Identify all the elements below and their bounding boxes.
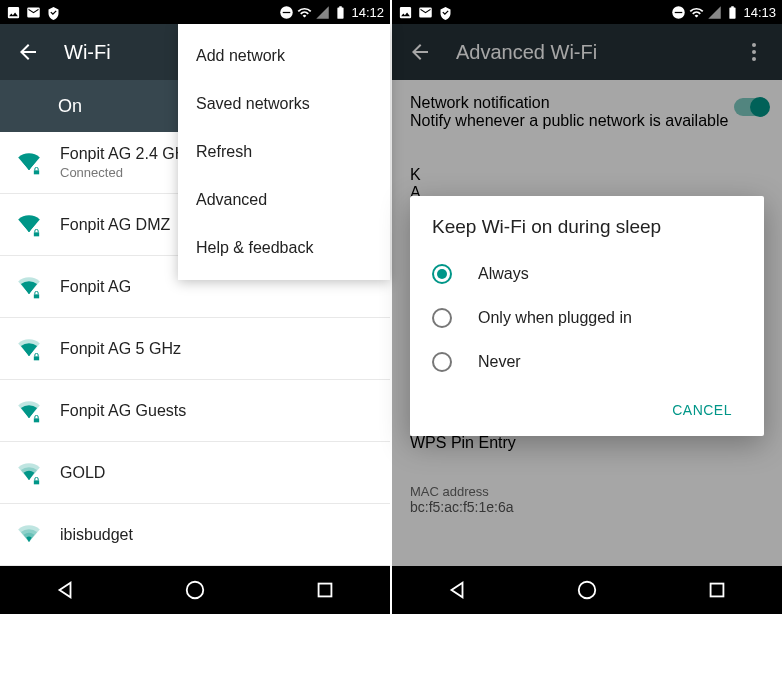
sleep-policy-dialog: Keep Wi-Fi on during sleep AlwaysOnly wh…	[410, 196, 764, 436]
radio-label: Always	[478, 265, 529, 283]
battery-icon	[333, 5, 348, 20]
signal-icon	[707, 5, 722, 20]
radio-option[interactable]: Always	[432, 252, 742, 296]
wifi-signal-icon	[18, 214, 60, 236]
dnd-icon	[279, 5, 294, 20]
radio-icon	[432, 264, 452, 284]
menu-item[interactable]: Refresh	[178, 128, 390, 176]
status-time: 14:12	[351, 5, 384, 20]
battery-icon	[725, 5, 740, 20]
svg-rect-9	[319, 584, 332, 597]
nav-back-icon[interactable]	[446, 579, 468, 601]
mail-icon	[26, 5, 41, 20]
network-item[interactable]: ibisbudget	[0, 504, 390, 566]
right-screen: 14:13 Advanced Wi-Fi Network notificatio…	[392, 0, 782, 614]
radio-option[interactable]: Only when plugged in	[432, 296, 742, 340]
cancel-button[interactable]: CANCEL	[662, 392, 742, 428]
network-name: ibisbudget	[60, 526, 372, 544]
dnd-icon	[671, 5, 686, 20]
signal-icon	[315, 5, 330, 20]
svg-rect-2	[34, 170, 39, 174]
network-item[interactable]: Fonpit AG Guests	[0, 380, 390, 442]
dialog-title: Keep Wi-Fi on during sleep	[432, 216, 742, 238]
back-arrow-icon[interactable]	[16, 40, 40, 64]
mail-icon	[418, 5, 433, 20]
picture-icon	[6, 5, 21, 20]
wifi-status-icon	[689, 5, 704, 20]
nav-home-icon[interactable]	[576, 579, 598, 601]
network-item[interactable]: GOLD	[0, 442, 390, 504]
wifi-signal-icon	[18, 276, 60, 298]
wifi-signal-icon	[18, 400, 60, 422]
radio-label: Never	[478, 353, 521, 371]
svg-rect-6	[34, 418, 39, 422]
status-bar: 14:13	[392, 0, 782, 24]
svg-rect-7	[34, 480, 39, 484]
briefcase-icon	[438, 5, 453, 20]
menu-item[interactable]: Help & feedback	[178, 224, 390, 272]
overflow-menu: Add networkSaved networksRefreshAdvanced…	[178, 24, 390, 280]
radio-label: Only when plugged in	[478, 309, 632, 327]
svg-rect-5	[34, 356, 39, 360]
svg-point-15	[579, 582, 596, 599]
nav-recent-icon[interactable]	[706, 579, 728, 601]
left-screen: 14:12 Wi-Fi On Fonpit AG 2.4 GHzConnecte…	[0, 0, 390, 614]
briefcase-icon	[46, 5, 61, 20]
network-name: GOLD	[60, 464, 372, 482]
network-name: Fonpit AG 5 GHz	[60, 340, 372, 358]
menu-item[interactable]: Advanced	[178, 176, 390, 224]
status-bar: 14:12	[0, 0, 390, 24]
wifi-signal-icon	[18, 462, 60, 484]
wifi-signal-icon	[18, 338, 60, 360]
nav-back-icon[interactable]	[54, 579, 76, 601]
page-title: Wi-Fi	[64, 41, 111, 64]
status-time: 14:13	[743, 5, 776, 20]
nav-bar	[0, 566, 390, 614]
radio-option[interactable]: Never	[432, 340, 742, 384]
svg-rect-3	[34, 232, 39, 236]
svg-rect-1	[283, 11, 291, 12]
network-name: Fonpit AG	[60, 278, 372, 296]
wifi-signal-icon	[18, 152, 60, 174]
menu-item[interactable]: Add network	[178, 32, 390, 80]
network-item[interactable]: Fonpit AG 5 GHz	[0, 318, 390, 380]
svg-rect-4	[34, 294, 39, 298]
wifi-status-icon	[297, 5, 312, 20]
network-name: Fonpit AG Guests	[60, 402, 372, 420]
menu-item[interactable]: Saved networks	[178, 80, 390, 128]
svg-rect-11	[675, 11, 683, 12]
radio-icon	[432, 352, 452, 372]
nav-bar	[392, 566, 782, 614]
radio-icon	[432, 308, 452, 328]
picture-icon	[398, 5, 413, 20]
nav-home-icon[interactable]	[184, 579, 206, 601]
nav-recent-icon[interactable]	[314, 579, 336, 601]
wifi-signal-icon	[18, 524, 60, 546]
svg-point-8	[187, 582, 204, 599]
toggle-label: On	[58, 96, 82, 117]
svg-rect-16	[711, 584, 724, 597]
